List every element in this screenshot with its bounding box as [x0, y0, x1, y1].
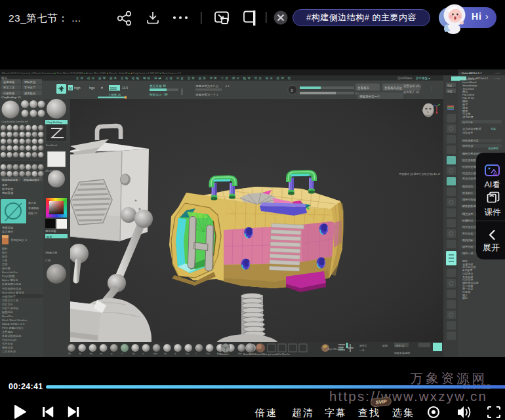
svg-text:可变音乐性: 可变音乐性 — [462, 225, 475, 229]
svg-text:展开: 展开 — [483, 242, 500, 252]
svg-text:操作工: 操作工 — [359, 344, 367, 347]
svg-text:BevelPro: BevelPro — [2, 315, 14, 318]
svg-text:ClayBuildup 13: ClayBuildup 13 — [1, 96, 21, 99]
svg-text:一半: 一半 — [359, 349, 365, 352]
svg-text:松弛栓息宽度: 松弛栓息宽度 — [462, 165, 479, 168]
svg-text:f...: f... — [195, 353, 197, 355]
svg-text:ib.: ib. — [174, 353, 176, 355]
svg-text:▾ 1: ▾ 1 — [226, 85, 230, 88]
svg-text:杂色网: 杂色网 — [2, 267, 10, 270]
svg-text:13.9: 13.9 — [122, 86, 128, 90]
svg-text:hgo: hgo — [89, 86, 95, 90]
svg-text:设置外距: 设置外距 — [462, 245, 473, 248]
svg-text:单独模式 (仅适用于当前文档) Alt+H: 单独模式 (仅适用于当前文档) Alt+H — [399, 172, 440, 176]
svg-text:显示工具: 显示工具 — [3, 86, 15, 89]
svg-text:三角: 三角 — [2, 259, 7, 262]
svg-text:ZBrush 2023.1.2 [no lua] | ZNo: ZBrush 2023.1.2 [no lua] | ZNorah Docume… — [1, 71, 182, 75]
svg-text:充进: 充进 — [491, 127, 496, 130]
svg-text:Sk...: Sk... — [79, 353, 83, 355]
svg-text:布菜: 布菜 — [447, 90, 453, 93]
svg-text:C7B: C7B — [45, 259, 51, 262]
svg-text:QuickSave: QuickSave — [397, 77, 413, 80]
svg-text:PolyGroupIt: PolyGroupIt — [2, 338, 17, 341]
svg-text:cl: cl — [121, 353, 123, 355]
svg-text:调整混色第一个: 调整混色第一个 — [359, 94, 380, 98]
svg-text:城边一种: 城边一种 — [462, 252, 473, 255]
svg-text:查看高亮停驻: 查看高亮停驻 — [384, 86, 403, 90]
svg-text:gt...: gt... — [111, 353, 114, 355]
svg-text:ph...: ph... — [100, 353, 104, 355]
svg-text:PRO 调整UV加大: PRO 调整UV加大 — [2, 326, 24, 330]
svg-text:启用自定义 0: 启用自定义 0 — [10, 239, 28, 242]
svg-text:Defa.dBT5d:6.1: Defa.dBT5d:6.1 — [462, 71, 482, 75]
svg-text:完置改体: 完置改体 — [2, 342, 14, 345]
svg-text:最内传染: 最内传染 — [462, 185, 473, 188]
svg-text:全魯遊器: 全魯遊器 — [2, 330, 13, 334]
svg-text:曲线笔刷选项: 曲线笔刷选项 — [2, 178, 18, 181]
svg-text:缩放 12: 缩放 12 — [395, 344, 405, 347]
svg-text:S: S — [291, 88, 293, 92]
svg-text:FreeHand: FreeHand — [46, 144, 57, 147]
svg-text:Clay BuildUp DamStd Infl: Clay BuildUp DamStd Infl — [1, 121, 28, 123]
svg-text:净化防震: 净化防震 — [462, 115, 474, 119]
svg-text:焦点衰减 38: 焦点衰减 38 — [150, 85, 166, 88]
svg-text:Clay: Clay — [185, 353, 189, 355]
svg-text:⋮: ⋮ — [430, 86, 434, 90]
svg-text:Gmb: Gmb — [153, 353, 158, 355]
svg-text:Sm...: Sm... — [89, 353, 94, 355]
svg-text:2065: 2065 — [110, 87, 117, 90]
svg-text:VMALDM: VMALDM — [45, 251, 57, 254]
svg-text:建脚水墨: 建脚水墨 — [2, 346, 14, 349]
svg-text:Part: Part — [207, 353, 210, 355]
svg-text:AI: AI — [493, 172, 497, 176]
svg-text:导入路径: 导入路径 — [2, 230, 14, 233]
svg-text:单色: 单色 — [2, 183, 8, 187]
svg-text:松耦栓点: 松耦栓点 — [462, 219, 473, 222]
svg-text:衰减曲线: 衰减曲线 — [28, 206, 39, 210]
svg-text:Pole: Pole — [238, 353, 242, 355]
svg-text:星布第入 (6): 星布第入 (6) — [403, 90, 420, 94]
svg-text:褐菜: 褐菜 — [447, 84, 453, 87]
svg-text:ZModeler: ZModeler — [219, 353, 228, 356]
svg-text:异常恢复 ▸: 异常恢复 ▸ — [415, 76, 431, 81]
svg-text:在线帮助: 在线帮助 — [488, 147, 498, 150]
svg-text:high: high — [74, 86, 81, 90]
svg-text:表面: 表面 — [2, 263, 8, 266]
svg-text:棚交设置: 棚交设置 — [462, 212, 473, 216]
svg-text:查看高亮: 查看高亮 — [357, 86, 370, 90]
svg-text:拖尺: 拖尺 — [1, 251, 8, 254]
svg-text:BasicInfoPro: BasicInfoPro — [2, 271, 18, 274]
svg-text:‒ □ ×: ‒ □ × — [494, 71, 500, 75]
svg-text:‒ □ ×: ‒ □ × — [493, 77, 500, 80]
svg-text:#: # — [101, 86, 103, 90]
svg-text:点为四边形数据: 点为四边形数据 — [462, 127, 481, 130]
svg-text:Sm: Sm — [164, 353, 167, 355]
svg-text:渲染设置: 渲染设置 — [462, 131, 473, 134]
svg-text:调整强度为中心点: 调整强度为中心点 — [195, 84, 219, 88]
svg-text:Me...: Me... — [68, 353, 73, 355]
svg-text:课件: 课件 — [485, 208, 502, 217]
svg-text:曲线编辑模式: 曲线编辑模式 — [24, 178, 39, 181]
svg-text:Dyn Wt:4 M8: Dyn Wt:4 M8 — [328, 347, 344, 351]
svg-text:城隍变电核法: 城隍变电核法 — [462, 198, 479, 201]
svg-text:退浅对比: 退浅对比 — [462, 191, 473, 195]
svg-text:可交音乐速度: 可交音乐速度 — [462, 172, 479, 175]
svg-text:颜料: 颜料 — [2, 247, 8, 250]
svg-text:h...: h... — [142, 353, 145, 355]
svg-text:NASA GWBU v4.9: NASA GWBU v4.9 — [2, 322, 25, 326]
svg-text:Mask Wand Shaders: Mask Wand Shaders — [2, 318, 28, 322]
svg-text:Clay Buildup: Clay Buildup — [47, 121, 62, 124]
svg-text:纹理贴图: 纹理贴图 — [2, 187, 13, 191]
svg-text:笔刷衰减: 笔刷衰减 — [2, 191, 14, 195]
svg-text:AI看: AI看 — [485, 180, 500, 189]
svg-text:置走功能半径: 置走功能半径 — [462, 177, 479, 180]
svg-text:赋图参数选项: 赋图参数选项 — [462, 204, 479, 208]
svg-text:工艺觉先进: 工艺觉先进 — [1, 350, 16, 353]
svg-text:上限值 26: 上限值 26 — [108, 93, 121, 96]
svg-text:画笔调板: 画笔调板 — [3, 81, 15, 84]
svg-text:笔画类型: 笔画类型 — [2, 226, 14, 229]
svg-text:Sig: Sig — [132, 353, 135, 355]
svg-text:Alpha 编辑器: Alpha 编辑器 — [2, 278, 18, 282]
svg-text:内部说像: 内部说像 — [462, 121, 473, 124]
svg-text:扭曲: 扭曲 — [1, 255, 7, 258]
